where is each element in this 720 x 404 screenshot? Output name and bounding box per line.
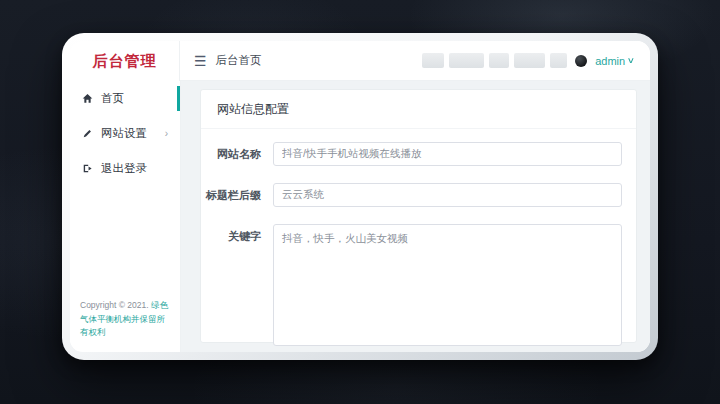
sidebar-item-label: 退出登录 bbox=[101, 161, 147, 176]
hamburger-menu-icon[interactable]: ☰ bbox=[194, 54, 207, 68]
keywords-textarea[interactable]: 抖音，快手，火山美女视频 bbox=[273, 224, 622, 346]
globe-icon[interactable] bbox=[575, 55, 587, 67]
card-title: 网站信息配置 bbox=[201, 90, 636, 129]
header: ☰ 后台首页 admin ∨ bbox=[180, 41, 650, 81]
sidebar-item-home[interactable]: 首页 bbox=[70, 81, 180, 116]
site-info-card: 网站信息配置 网站名称 标题栏后缀 关键字 抖音，快手，火山美女视频 bbox=[200, 89, 637, 343]
sidebar-item-label: 首页 bbox=[101, 91, 124, 106]
app-window: 后台管理 ☰ 后台首页 admin ∨ 首页 bbox=[62, 33, 658, 360]
title-suffix-input[interactable] bbox=[273, 183, 622, 207]
chevron-right-icon: › bbox=[165, 129, 168, 139]
form-row-site-name: 网站名称 bbox=[205, 142, 622, 166]
chevron-down-icon: ∨ bbox=[627, 56, 635, 65]
sidebar-item-label: 网站设置 bbox=[101, 126, 147, 141]
site-name-label: 网站名称 bbox=[205, 142, 273, 166]
form-row-title-suffix: 标题栏后缀 bbox=[205, 183, 622, 207]
copyright: Copyright © 2021. 绿色气体平衡机构并保留所有权利 bbox=[70, 291, 180, 352]
keywords-label: 关键字 bbox=[205, 224, 273, 248]
header-right: admin ∨ bbox=[422, 53, 636, 68]
topbar: 后台管理 ☰ 后台首页 admin ∨ bbox=[70, 41, 650, 81]
user-name: admin bbox=[595, 55, 625, 67]
main-content: 网站信息配置 网站名称 标题栏后缀 关键字 抖音，快手，火山美女视频 bbox=[180, 81, 650, 352]
desktop-background: { "window": { "logo": "后台管理", "header": … bbox=[0, 0, 720, 404]
site-info-form: 网站名称 标题栏后缀 关键字 抖音，快手，火山美女视频 bbox=[201, 129, 636, 352]
title-suffix-label: 标题栏后缀 bbox=[205, 183, 273, 207]
sidebar-item-site-settings[interactable]: 网站设置 › bbox=[70, 116, 180, 151]
home-icon bbox=[82, 93, 93, 104]
copyright-prefix: Copyright © 2021. bbox=[80, 300, 149, 310]
app-logo: 后台管理 bbox=[70, 41, 180, 81]
censored-text bbox=[422, 53, 567, 68]
user-dropdown[interactable]: admin ∨ bbox=[595, 55, 636, 67]
logout-icon bbox=[82, 163, 93, 174]
sidebar-item-logout[interactable]: 退出登录 bbox=[70, 151, 180, 186]
app-window-content: 后台管理 ☰ 后台首页 admin ∨ 首页 bbox=[70, 41, 650, 352]
form-row-keywords: 关键字 抖音，快手，火山美女视频 bbox=[205, 224, 622, 346]
body-row: 首页 网站设置 › 退出登录 Copyright © 2021. 绿色气体平衡机… bbox=[70, 81, 650, 352]
site-name-input[interactable] bbox=[273, 142, 622, 166]
breadcrumb: 后台首页 bbox=[216, 53, 262, 68]
pencil-icon bbox=[82, 128, 93, 139]
sidebar: 首页 网站设置 › 退出登录 Copyright © 2021. 绿色气体平衡机… bbox=[70, 81, 180, 352]
